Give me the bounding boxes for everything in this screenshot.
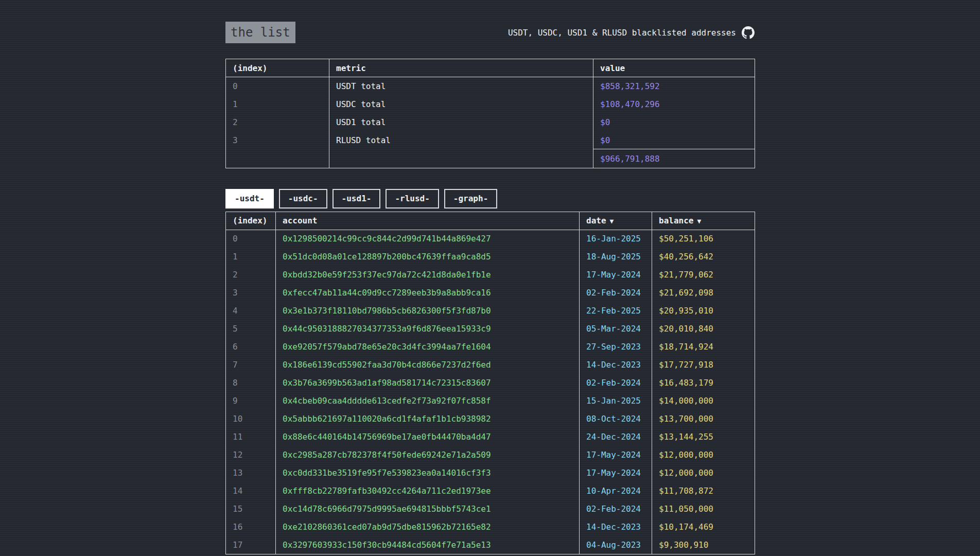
- table-row: 150xc14d78c6966d7975d9995ae694815bbbf574…: [226, 500, 755, 518]
- cell-index: 11: [226, 428, 276, 446]
- sort-desc-icon: ▼: [697, 217, 701, 225]
- col-header-index-label: (index): [233, 216, 267, 225]
- cell-account: 0x3297603933c150f30cb94484cd5604f7e71a5e…: [276, 536, 580, 554]
- page-header: the list USDT, USDC, USD1 & RLUSD blackl…: [225, 22, 755, 43]
- cell-index: 4: [226, 302, 276, 320]
- cell-account: 0x88e6c440164b14756969be17ae0fb44470ba4d…: [276, 428, 580, 446]
- summary-col-value: value: [593, 59, 755, 77]
- cell-balance: $9,300,910: [652, 536, 755, 554]
- tab-graph[interactable]: -graph-: [444, 189, 497, 208]
- table-row: 130xc0dd331be3519fe95f7e539823ea0a14016c…: [226, 464, 755, 482]
- summary-cell-value: $0: [593, 131, 755, 149]
- cell-index: 14: [226, 482, 276, 500]
- cell-account: 0xfecc47ab11a44c09d9cc7289eeb3b9a8abb9ca…: [276, 284, 580, 302]
- cell-balance: $11,708,872: [652, 482, 755, 500]
- cell-date: 14-Dec-2023: [580, 356, 652, 374]
- cell-balance: $20,935,010: [652, 302, 755, 320]
- tab-rlusd[interactable]: -rlusd-: [386, 189, 439, 208]
- summary-cell-metric: USDT total: [329, 77, 593, 95]
- cell-account: 0xc0dd331be3519fe95f7e539823ea0a14016cf3…: [276, 464, 580, 482]
- col-header-account[interactable]: account: [276, 212, 580, 230]
- tab-usdt[interactable]: -usdt-: [225, 189, 274, 208]
- cell-account: 0xbdd32b0e59f253f37ec97da72c421d8da0e1fb…: [276, 266, 580, 284]
- blacklist-table-body: 00x1298500214c99cc9c844c2d99d741b44a869e…: [226, 230, 755, 554]
- cell-balance: $14,000,000: [652, 392, 755, 410]
- summary-cell-index: 1: [226, 95, 329, 113]
- cell-index: 15: [226, 500, 276, 518]
- summary-cell-value: $108,470,296: [593, 95, 755, 113]
- cell-balance: $18,714,924: [652, 338, 755, 356]
- cell-index: 7: [226, 356, 276, 374]
- summary-cell-metric: USDC total: [329, 95, 593, 113]
- table-row: 140xfff8cb22789fafb30492cc4264a711c2ed19…: [226, 482, 755, 500]
- cell-date: 02-Feb-2024: [580, 500, 652, 518]
- table-row: 10x51dc0d08a01ce128897b200bc47639ffaa9ca…: [226, 248, 755, 266]
- cell-date: 24-Dec-2024: [580, 428, 652, 446]
- col-header-date[interactable]: date▼: [580, 212, 652, 230]
- cell-date: 02-Feb-2024: [580, 374, 652, 392]
- cell-index: 10: [226, 410, 276, 428]
- summary-total-empty-cell: [329, 149, 593, 168]
- page-title: the list: [225, 22, 295, 43]
- table-row: 80x3b76a3699b563ad1af98ad581714c72315c83…: [226, 374, 755, 392]
- blacklist-table: (index) account date▼ balance▼ 00x129850…: [225, 212, 755, 554]
- cell-balance: $17,727,918: [652, 356, 755, 374]
- page-subtitle: USDT, USDC, USD1 & RLUSD blacklisted add…: [508, 28, 736, 38]
- cell-index: 13: [226, 464, 276, 482]
- cell-date: 17-May-2024: [580, 446, 652, 464]
- cell-date: 18-Aug-2025: [580, 248, 652, 266]
- cell-account: 0xc14d78c6966d7975d9995ae694815bbbf5743c…: [276, 500, 580, 518]
- cell-date: 15-Jan-2025: [580, 392, 652, 410]
- cell-date: 02-Feb-2024: [580, 284, 652, 302]
- summary-total-value: $966,791,888: [593, 149, 755, 168]
- col-header-account-label: account: [283, 216, 317, 225]
- summary-row: 2USD1 total$0: [226, 113, 755, 131]
- tab-usd1[interactable]: -usd1-: [332, 189, 381, 208]
- summary-row: 3RLUSD total$0: [226, 131, 755, 149]
- cell-index: 16: [226, 518, 276, 536]
- cell-date: 17-May-2024: [580, 266, 652, 284]
- cell-account: 0x5abbb621697a110020a6cd1f4afaf1b1cb9389…: [276, 410, 580, 428]
- cell-index: 1: [226, 248, 276, 266]
- table-row: 70x186e6139cd55902faa3d70b4cd866e7237d2f…: [226, 356, 755, 374]
- cell-account: 0x186e6139cd55902faa3d70b4cd866e7237d2f6…: [276, 356, 580, 374]
- cell-balance: $40,256,642: [652, 248, 755, 266]
- summary-col-index: (index): [226, 59, 329, 77]
- cell-balance: $16,483,179: [652, 374, 755, 392]
- github-icon[interactable]: [742, 26, 755, 39]
- summary-cell-index: 2: [226, 113, 329, 131]
- cell-date: 16-Jan-2025: [580, 230, 652, 248]
- blacklist-header-row: (index) account date▼ balance▼: [226, 212, 755, 230]
- cell-balance: $12,000,000: [652, 464, 755, 482]
- col-header-index[interactable]: (index): [226, 212, 276, 230]
- cell-date: 27-Sep-2023: [580, 338, 652, 356]
- cell-balance: $13,144,255: [652, 428, 755, 446]
- table-row: 160xe2102860361ced07ab9d75dbe815962b7216…: [226, 518, 755, 536]
- page-subtitle-wrap: USDT, USDC, USD1 & RLUSD blacklisted add…: [508, 26, 755, 39]
- summary-cell-index: 3: [226, 131, 329, 149]
- cell-date: 08-Oct-2024: [580, 410, 652, 428]
- table-row: 120xc2985a287cb782378f4f50fede69242e71a2…: [226, 446, 755, 464]
- table-row: 00x1298500214c99cc9c844c2d99d741b44a869e…: [226, 230, 755, 248]
- table-row: 30xfecc47ab11a44c09d9cc7289eeb3b9a8abb9c…: [226, 284, 755, 302]
- cell-balance: $50,251,106: [652, 230, 755, 248]
- cell-date: 10-Apr-2024: [580, 482, 652, 500]
- cell-index: 6: [226, 338, 276, 356]
- summary-cell-value: $0: [593, 113, 755, 131]
- cell-balance: $10,174,469: [652, 518, 755, 536]
- cell-index: 3: [226, 284, 276, 302]
- table-row: 20xbdd32b0e59f253f37ec97da72c421d8da0e1f…: [226, 266, 755, 284]
- col-header-balance[interactable]: balance▼: [652, 212, 755, 230]
- cell-date: 14-Dec-2023: [580, 518, 652, 536]
- summary-total-row: $966,791,888: [226, 149, 755, 168]
- col-header-balance-label: balance: [659, 216, 693, 225]
- cell-account: 0x3e1b373f18110bd7986b5cb6826300f5f3fd87…: [276, 302, 580, 320]
- cell-index: 5: [226, 320, 276, 338]
- cell-balance: $20,010,840: [652, 320, 755, 338]
- cell-balance: $21,692,098: [652, 284, 755, 302]
- cell-account: 0x3b76a3699b563ad1af98ad581714c72315c836…: [276, 374, 580, 392]
- summary-table: (index) metric value 0USDT total$858,321…: [225, 59, 755, 168]
- table-row: 100x5abbb621697a110020a6cd1f4afaf1b1cb93…: [226, 410, 755, 428]
- tab-usdc[interactable]: -usdc-: [279, 189, 327, 208]
- summary-row: 1USDC total$108,470,296: [226, 95, 755, 113]
